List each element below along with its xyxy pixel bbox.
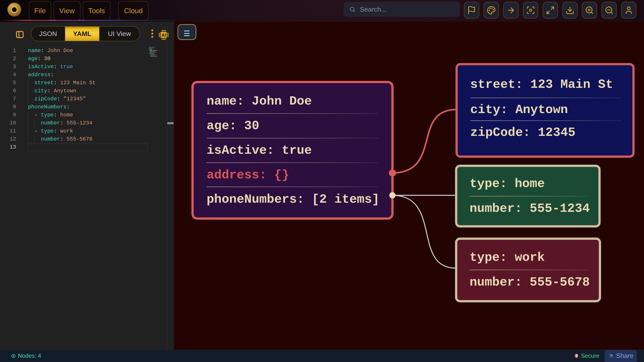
- svg-text:AI: AI: [162, 33, 166, 37]
